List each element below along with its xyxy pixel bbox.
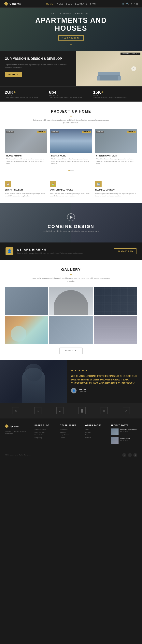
- footer-link-medium[interactable]: Medium: [60, 431, 82, 433]
- partner-icon-2[interactable]: △: [34, 407, 41, 414]
- footer-copyright: ©2022 Uphome. All Rights Reserved.: [5, 454, 31, 456]
- recent-post-1-title[interactable]: House Of Your Dreams: [120, 428, 137, 430]
- social-instagram[interactable]: ◉: [133, 453, 137, 457]
- footer-link-large[interactable]: Large: [85, 434, 107, 436]
- testimonial-content: ★ ★ ★ ★ ★ WE THANK UPHONE FOR HELPING US…: [67, 360, 142, 403]
- card-3-desc: The stylish house with a large spacious …: [96, 158, 136, 165]
- logo-icon: [4, 2, 8, 6]
- social-twitter[interactable]: 𝕏: [122, 453, 126, 457]
- cart-icon[interactable]: 🛒: [122, 2, 125, 5]
- card-3-title: STYLISH APARTMENT: [96, 155, 136, 157]
- footer-link-large-project[interactable]: Large Project: [60, 434, 82, 436]
- about-us-button[interactable]: About Us: [5, 72, 22, 77]
- sofa-arm-right: [118, 76, 121, 80]
- card-2-badge-sqm: 350 m²: [51, 131, 59, 133]
- footer-logo[interactable]: Uphome: [5, 424, 31, 428]
- nav-link-pages[interactable]: PAGES: [56, 3, 64, 5]
- partner-icon-4[interactable]: ▐▌: [78, 407, 86, 414]
- twitter-icon[interactable]: 𝕏: [130, 2, 132, 5]
- nav-link-blog[interactable]: BLOG: [66, 3, 72, 5]
- instagram-icon[interactable]: ◉: [136, 2, 138, 5]
- dot-3[interactable]: [72, 170, 74, 171]
- author-info: John Doe — john doe: [78, 389, 86, 392]
- footer-link-contact2[interactable]: Contact: [85, 437, 107, 438]
- card-2-desc: The look around house with a large spaci…: [51, 158, 91, 165]
- partner-icon-6[interactable]: △: [123, 407, 130, 414]
- footer-link-fees[interactable]: Fees Guidance: [35, 434, 57, 436]
- footer-link-small[interactable]: Small: [85, 428, 107, 430]
- hero-title: APARTMENTS AND HOUSES: [35, 16, 107, 32]
- feature-comfortable: 🏡 COMFORTABLE HOMES All our projects hav…: [50, 181, 92, 197]
- play-button[interactable]: [67, 213, 75, 221]
- gallery-item-4[interactable]: [5, 316, 48, 344]
- video-subtitle: Embellishes nibh in esteban dignissim au…: [43, 230, 99, 232]
- sofa-body: [98, 74, 120, 80]
- sofa-illustration: [97, 73, 121, 82]
- gallery-item-2[interactable]: [49, 287, 93, 315]
- stat-value: 15K+ VALUE Lorem adipiscing elit. Tempor…: [93, 90, 137, 98]
- view-all-button[interactable]: View All: [60, 348, 82, 354]
- nav-link-shop[interactable]: SHOP: [90, 3, 96, 5]
- footer-link-medium2[interactable]: Medium: [85, 431, 107, 433]
- footer-link-small-blog[interactable]: Small Blog: [60, 428, 82, 430]
- social-facebook[interactable]: f: [128, 453, 132, 457]
- recent-post-2-title[interactable]: Smart Fitnes: [120, 437, 129, 439]
- mission-image: COMBINE DESIGN ›: [76, 51, 142, 86]
- project-card-3[interactable]: 280 m² FOR SALE STYLISH APARTMENT The st…: [95, 129, 137, 167]
- logo[interactable]: Uphome: [4, 2, 21, 6]
- feature-bright-icon: 🏠: [5, 181, 11, 187]
- footer-col-other1-title: OTHER PAGES: [60, 424, 82, 426]
- partner-icon-1[interactable]: ◇: [12, 407, 19, 414]
- stat-projects: 6b4 PROJECTS Lorem adipiscing elit. Temp…: [49, 90, 93, 98]
- partner-icon-3[interactable]: Z: [56, 407, 64, 414]
- circle-decoration: [25, 364, 42, 382]
- gallery-item-3[interactable]: [94, 287, 137, 315]
- footer-link-team[interactable]: Meet Our Team: [35, 431, 57, 433]
- line: [5, 287, 48, 294]
- footer-link-about[interactable]: About Company: [35, 428, 57, 430]
- combine-design-label: COMBINE DESIGN: [120, 52, 140, 55]
- card-1-info: HOUSE HITMAN The house hitman with a lar…: [5, 153, 47, 167]
- sofa-expand-button[interactable]: ›: [131, 66, 136, 71]
- feature-reliable-title: RELIABLE COMPANY: [95, 189, 137, 191]
- dot-2[interactable]: [70, 170, 72, 171]
- feature-reliable: 🏢 RELIABLE COMPANY All our projects have…: [95, 181, 137, 197]
- stat-clients: 2UK+ CLIENTS Lorem adipiscing elit. Temp…: [5, 90, 49, 98]
- partner-icon-5[interactable]: »»: [101, 407, 108, 414]
- hero-cta-button[interactable]: All Projects: [58, 36, 84, 40]
- dot-1[interactable]: [68, 170, 70, 171]
- sofa-arm-left: [97, 76, 100, 80]
- gallery-item-1[interactable]: [5, 287, 48, 315]
- gallery-item-5[interactable]: [49, 316, 93, 344]
- card-1-image: 325 m² FOR SALE: [5, 129, 47, 153]
- nav-link-home[interactable]: HOME: [46, 3, 53, 5]
- footer-col-pages: PAGES BLOG About Company Meet Our Team F…: [35, 424, 57, 446]
- hero-arrow: +: [70, 43, 72, 46]
- footer-link-blog[interactable]: Large Blog: [35, 437, 57, 438]
- recent-post-1-image: [111, 428, 118, 435]
- video-bg-right: [71, 203, 142, 242]
- gallery-item-6[interactable]: [94, 316, 137, 344]
- hiring-text: WE' ARE HIRRING Quis viverra nibh cras p…: [17, 248, 111, 254]
- contact-now-button[interactable]: Contact Now: [114, 248, 136, 254]
- footer-link-contact[interactable]: Contact: [60, 437, 82, 438]
- gallery-subtitle: Nunc sed id semper risus in hendrerit gr…: [32, 277, 110, 283]
- nav-link-elements[interactable]: ELEMENTS: [75, 3, 87, 5]
- facebook-icon[interactable]: f: [134, 2, 134, 5]
- project-card-1[interactable]: 325 m² FOR SALE HOUSE HITMAN The house h…: [5, 129, 47, 167]
- partners-section: ◇ △ Z ▐▌ »» △: [0, 403, 142, 418]
- footer-col-other2-list: Small Medium Large Contact: [85, 428, 107, 438]
- nav-icons: 🛒 🔍 𝕏 f ◉: [122, 2, 138, 5]
- footer-top: Uphome Template for Intexter Design & Ar…: [5, 424, 137, 446]
- gallery-3-grid: [94, 287, 137, 315]
- gallery-divider: [5, 274, 137, 275]
- footer-logo-icon: [5, 424, 9, 428]
- stat-projects-label: PROJECTS: [49, 95, 93, 96]
- gallery-section: GALLERY Nunc sed id semper risus in hend…: [0, 260, 142, 360]
- project-card-2[interactable]: 350 m² FOR SALE LOOK AROUND The look aro…: [50, 129, 92, 167]
- stat-value-label: VALUE: [93, 95, 137, 96]
- stat-value-desc: Lorem adipiscing elit. Tempor nec alique…: [93, 97, 137, 98]
- project-section-title: PROJECT UP HOME: [5, 110, 137, 114]
- search-icon[interactable]: 🔍: [126, 2, 129, 5]
- stat-projects-desc: Lorem adipiscing elit. Tempor nec alique…: [49, 97, 93, 98]
